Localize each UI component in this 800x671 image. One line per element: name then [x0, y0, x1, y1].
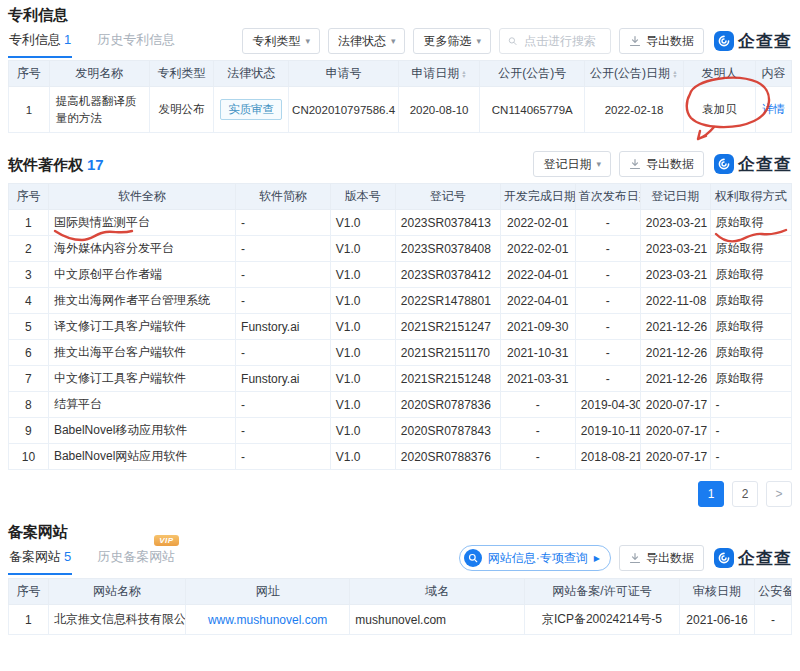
table-cell: 中文原创平台作者端 [48, 262, 235, 288]
tab-patent-info[interactable]: 专利信息1 [8, 28, 72, 58]
table-cell: 2023SR0378408 [395, 236, 500, 262]
col-software-shortname: 软件简称 [236, 184, 331, 210]
qichacha-logo: 企查查 [714, 547, 792, 570]
cell-site-name: 北京推文信息科技有限公司 [48, 605, 185, 635]
col-application-date-sortable[interactable]: 申请日期▲▼ [398, 61, 479, 87]
cell-publication-date: 2022-02-18 [585, 87, 684, 133]
website-special-query-button[interactable]: 网站信息·专项查询 ▶ [459, 545, 611, 571]
more-filters-button[interactable]: 更多筛选 ▾ [413, 28, 491, 54]
legal-status-filter-button[interactable]: 法律状态 ▾ [328, 28, 406, 54]
export-label: 导出数据 [646, 156, 694, 173]
download-icon [629, 158, 641, 170]
website-tabbar: 备案网站5 历史备案网站 VIP 网站信息·专项查询 ▶ 导出数据 [8, 545, 792, 575]
patent-export-button[interactable]: 导出数据 [619, 28, 704, 54]
table-cell: 8 [9, 392, 49, 418]
website-toolbar: 网站信息·专项查询 ▶ 导出数据 企查查 [459, 545, 792, 571]
table-cell: 2020-07-17 [640, 418, 710, 444]
table-cell: - [710, 418, 791, 444]
software-export-button[interactable]: 导出数据 [619, 151, 704, 177]
download-icon [629, 552, 641, 564]
table-cell: 6 [9, 340, 49, 366]
patent-search-box[interactable] [499, 28, 611, 54]
table-cell: 2021-09-30 [500, 314, 575, 340]
table-cell: - [575, 314, 640, 340]
table-cell: 原始取得 [710, 314, 791, 340]
table-row: 2海外媒体内容分发平台-V1.02023SR03784082022-02-01-… [9, 236, 792, 262]
col-publication-date-sortable[interactable]: 公开(公告)日期▲▼ [585, 61, 684, 87]
cell-index: 1 [9, 87, 50, 133]
tab-website-history[interactable]: 历史备案网站 VIP [96, 545, 176, 573]
table-cell: V1.0 [330, 236, 395, 262]
page-next-button[interactable]: > [766, 481, 792, 507]
tab-count: 1 [64, 32, 71, 47]
table-cell: 2021-12-26 [640, 314, 710, 340]
col-icp-license: 网站备案/许可证号 [524, 579, 679, 605]
patent-header-row: 序号 发明名称 专利类型 法律状态 申请号 申请日期▲▼ 公开(公告)号 公开(… [9, 61, 792, 87]
patent-search-input[interactable] [522, 33, 602, 49]
table-row: 6推文出海平台客户端软件-V1.02021SR21511702021-10-31… [9, 340, 792, 366]
qichacha-logo: 企查查 [714, 153, 792, 176]
table-cell: 2022-04-01 [500, 288, 575, 314]
table-cell: 2020SR0787836 [395, 392, 500, 418]
table-cell: - [500, 418, 575, 444]
table-cell: - [236, 392, 331, 418]
col-application-no: 申请号 [289, 61, 399, 87]
table-cell: 2021SR2151170 [395, 340, 500, 366]
table-row: 3中文原创平台作者端-V1.02023SR03784122022-04-01-2… [9, 262, 792, 288]
col-index: 序号 [9, 184, 49, 210]
chevron-down-icon: ▾ [391, 36, 396, 46]
tab-label: 历史备案网站 [97, 549, 175, 564]
table-cell: Funstory.ai [236, 314, 331, 340]
page-button-2[interactable]: 2 [732, 481, 758, 507]
patent-type-filter-button[interactable]: 专利类型 ▾ [242, 28, 320, 54]
col-rights-method: 权利取得方式 [710, 184, 791, 210]
table-cell: - [236, 210, 331, 236]
col-legal-status: 法律状态 [214, 61, 289, 87]
table-cell: - [575, 366, 640, 392]
table-cell: - [575, 262, 640, 288]
table-cell: 国际舆情监测平台 [48, 210, 235, 236]
table-cell: 2019-10-11 [575, 418, 640, 444]
col-site-name: 网站名称 [48, 579, 185, 605]
download-icon [629, 35, 641, 47]
col-site-url: 网址 [185, 579, 349, 605]
cell-invention-name: 提高机器翻译质量的方法 [49, 87, 149, 133]
register-date-filter-button[interactable]: 登记日期 ▾ [533, 151, 611, 177]
tab-label: 历史专利信息 [97, 32, 175, 47]
table-cell: 5 [9, 314, 49, 340]
chevron-down-icon: ▾ [476, 36, 481, 46]
table-cell: 译文修订工具客户端软件 [48, 314, 235, 340]
table-cell: Funstory.ai [236, 366, 331, 392]
qichacha-logo: 企查查 [714, 30, 792, 53]
qichacha-logo-icon [714, 548, 734, 568]
tab-website-current[interactable]: 备案网站5 [8, 545, 72, 575]
site-url-link[interactable]: www.mushunovel.com [208, 613, 327, 627]
table-cell: 原始取得 [710, 262, 791, 288]
patent-tabbar: 专利信息1 历史专利信息 专利类型 ▾ 法律状态 ▾ 更多筛选 ▾ [8, 28, 792, 58]
patent-toolbar: 专利类型 ▾ 法律状态 ▾ 更多筛选 ▾ 导出数据 [242, 28, 792, 54]
table-row: 10BabelNovel网站应用软件-V1.02020SR0788376-201… [9, 444, 792, 470]
table-cell: 2021-12-26 [640, 340, 710, 366]
pagination: 1 2 > [8, 481, 792, 507]
table-cell: V1.0 [330, 262, 395, 288]
website-export-button[interactable]: 导出数据 [619, 545, 704, 571]
qichacha-logo-text: 企查查 [738, 547, 792, 570]
col-patent-type: 专利类型 [149, 61, 213, 87]
table-cell: 2019-04-30 [575, 392, 640, 418]
table-cell: 10 [9, 444, 49, 470]
search-icon [508, 35, 517, 47]
col-register-date: 登记日期 [640, 184, 710, 210]
page-button-1[interactable]: 1 [698, 481, 724, 507]
table-cell: - [236, 444, 331, 470]
tab-patent-history[interactable]: 历史专利信息 [96, 28, 176, 56]
filter-label: 专利类型 [252, 33, 300, 50]
table-cell: 中文修订工具客户端软件 [48, 366, 235, 392]
table-cell: V1.0 [330, 444, 395, 470]
table-cell: 原始取得 [710, 236, 791, 262]
website-row: 1 北京推文信息科技有限公司 www.mushunovel.com mushun… [9, 605, 792, 635]
cell-detail: 详情 [755, 87, 791, 133]
detail-link[interactable]: 详情 [762, 103, 785, 115]
table-cell: 2022SR1478801 [395, 288, 500, 314]
software-toolbar: 登记日期 ▾ 导出数据 企查查 [533, 151, 792, 177]
col-inventor: 发明人 [683, 61, 755, 87]
